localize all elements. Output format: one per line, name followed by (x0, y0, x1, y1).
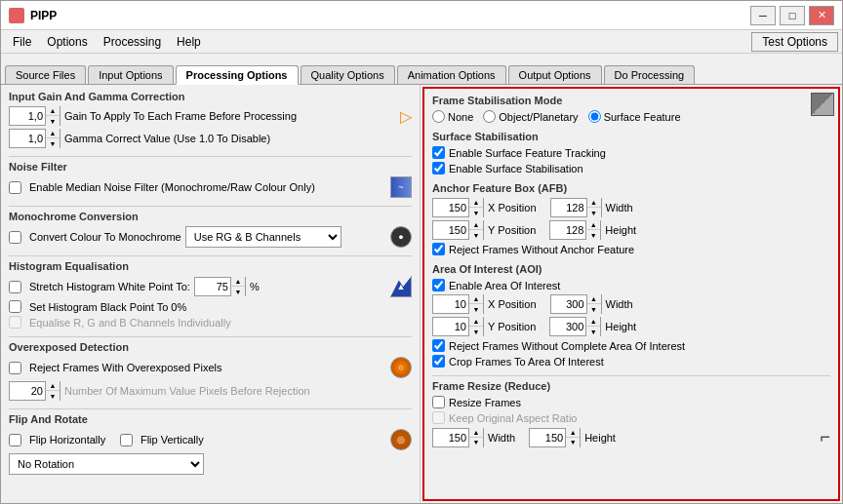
keep-aspect-checkbox[interactable] (432, 411, 445, 424)
tab-input-options[interactable]: Input Options (88, 65, 173, 84)
aoi-crop-checkbox[interactable] (432, 355, 445, 368)
aoi-height-spinner[interactable]: ▲ ▼ (549, 317, 601, 336)
resize-width-spinner[interactable]: ▲ ▼ (432, 428, 484, 447)
pixels-spinner[interactable]: ▲ ▼ (9, 381, 60, 401)
resize-frames-checkbox[interactable] (432, 396, 445, 408)
resize-height-down[interactable]: ▼ (566, 438, 580, 447)
menu-file[interactable]: File (5, 33, 39, 51)
aoi-reject-checkbox[interactable] (432, 339, 445, 352)
afb-width-spinner[interactable]: ▲ ▼ (550, 198, 602, 217)
afb-height-input[interactable] (550, 221, 585, 239)
aoi-x-up[interactable]: ▲ (469, 294, 483, 304)
object-radio-label[interactable]: Object/Planetary (483, 110, 578, 123)
flip-v-checkbox[interactable] (120, 434, 133, 446)
gain-up-btn[interactable]: ▲ (46, 106, 60, 116)
afb-width-down[interactable]: ▼ (587, 208, 601, 217)
aoi-y-down[interactable]: ▼ (469, 327, 483, 336)
aoi-enable-checkbox[interactable] (432, 279, 445, 291)
window-controls: ─ □ ✕ (750, 6, 834, 25)
afb-y-input[interactable] (433, 221, 468, 239)
gamma-up-btn[interactable]: ▲ (46, 129, 60, 138)
equalise-checkbox[interactable] (9, 316, 21, 329)
aoi-x-pos-label: X Position (488, 298, 537, 310)
aoi-x-down[interactable]: ▼ (469, 304, 483, 314)
stretch-down-btn[interactable]: ▼ (231, 287, 245, 296)
menu-processing[interactable]: Processing (96, 33, 169, 51)
stretch-input[interactable] (195, 278, 230, 295)
aoi-width-spinner[interactable]: ▲ ▼ (550, 294, 602, 314)
afb-y-up[interactable]: ▲ (469, 220, 483, 230)
flip-h-checkbox[interactable] (9, 434, 21, 446)
afb-height-up[interactable]: ▲ (586, 220, 600, 230)
afb-width-input[interactable] (551, 199, 586, 216)
resize-width-input[interactable] (433, 429, 468, 446)
black-point-checkbox[interactable] (9, 300, 21, 313)
rotation-dropdown[interactable]: No Rotation (9, 453, 204, 475)
menu-options[interactable]: Options (39, 33, 95, 51)
afb-x-down[interactable]: ▼ (469, 208, 483, 217)
tab-processing-options[interactable]: Processing Options (176, 65, 299, 85)
minimize-button[interactable]: ─ (750, 6, 776, 25)
window-title: PIPP (30, 9, 750, 22)
gamma-spinner[interactable]: ▲ ▼ (9, 129, 60, 148)
aoi-y-row: ▲ ▼ Y Position ▲ ▼ Height (432, 317, 830, 336)
gamma-down-btn[interactable]: ▼ (46, 138, 60, 148)
tab-output-options[interactable]: Output Options (508, 65, 602, 84)
test-options-button[interactable]: Test Options (751, 32, 838, 52)
afb-width-up[interactable]: ▲ (587, 198, 601, 208)
reject-overexposed-checkbox[interactable] (9, 362, 21, 374)
close-button[interactable]: ✕ (809, 6, 834, 25)
gain-down-btn[interactable]: ▼ (46, 116, 60, 126)
monochrome-dropdown[interactable]: Use RG & B Channels (185, 226, 341, 248)
stretch-up-btn[interactable]: ▲ (231, 277, 245, 287)
monochrome-checkbox[interactable] (9, 231, 21, 244)
tab-source-files[interactable]: Source Files (5, 65, 86, 84)
resize-width-down[interactable]: ▼ (469, 438, 483, 447)
stretch-spinner[interactable]: ▲ ▼ (194, 277, 246, 296)
aoi-width-input[interactable] (551, 295, 586, 313)
afb-height-spinner[interactable]: ▲ ▼ (549, 220, 601, 240)
aoi-width-down[interactable]: ▼ (587, 304, 601, 314)
afb-height-down[interactable]: ▼ (586, 230, 600, 240)
aoi-height-input[interactable] (550, 318, 585, 335)
afb-reject-checkbox[interactable] (432, 243, 445, 255)
gain-spinner[interactable]: ▲ ▼ (9, 106, 60, 126)
aoi-height-down[interactable]: ▼ (586, 327, 600, 336)
surface-radio-label[interactable]: Surface Feature (588, 110, 681, 123)
pixels-down-btn[interactable]: ▼ (46, 391, 60, 401)
aoi-width-up[interactable]: ▲ (587, 294, 601, 304)
aoi-x-input[interactable] (433, 295, 468, 313)
tab-do-processing[interactable]: Do Processing (604, 65, 696, 84)
surface-radio[interactable] (588, 110, 601, 123)
afb-x-up[interactable]: ▲ (469, 198, 483, 208)
track-checkbox[interactable] (432, 146, 445, 159)
resize-height-spinner[interactable]: ▲ ▼ (529, 428, 581, 447)
maximize-button[interactable]: □ (780, 6, 805, 25)
menu-help[interactable]: Help (169, 33, 209, 51)
resize-height-input[interactable] (530, 429, 565, 446)
tab-animation-options[interactable]: Animation Options (397, 65, 506, 84)
object-radio[interactable] (483, 110, 496, 123)
afb-x-spinner[interactable]: ▲ ▼ (432, 198, 484, 217)
none-radio-label[interactable]: None (432, 110, 473, 123)
enable-stab-checkbox[interactable] (432, 162, 445, 174)
aoi-height-up[interactable]: ▲ (586, 317, 600, 327)
afb-x-input[interactable] (433, 199, 468, 216)
aoi-y-spinner[interactable]: ▲ ▼ (432, 317, 484, 336)
resize-width-up[interactable]: ▲ (469, 428, 483, 438)
gain-input[interactable] (10, 107, 45, 125)
pixels-up-btn[interactable]: ▲ (46, 381, 60, 391)
aoi-y-input[interactable] (433, 318, 468, 335)
stretch-checkbox[interactable] (9, 281, 21, 293)
noise-filter-checkbox[interactable] (9, 181, 21, 194)
pixels-input[interactable] (10, 382, 45, 400)
gamma-input[interactable] (10, 130, 45, 147)
resize-height-up[interactable]: ▲ (566, 428, 580, 438)
aoi-y-up[interactable]: ▲ (469, 317, 483, 327)
none-radio[interactable] (432, 110, 445, 123)
tab-quality-options[interactable]: Quality Options (301, 65, 395, 84)
afb-y-spinner[interactable]: ▲ ▼ (432, 220, 484, 240)
aoi-x-spinner[interactable]: ▲ ▼ (432, 294, 484, 314)
stretch-pct-label: % (250, 281, 260, 292)
afb-y-down[interactable]: ▼ (469, 230, 483, 240)
